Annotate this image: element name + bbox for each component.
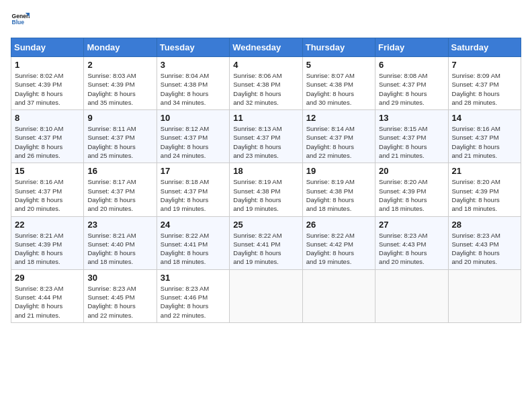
calendar-cell: 4Sunrise: 8:06 AMSunset: 4:38 PMDaylight… bbox=[230, 57, 302, 110]
day-info: Sunrise: 8:23 AMSunset: 4:43 PMDaylight:… bbox=[452, 231, 517, 267]
calendar-cell: 2Sunrise: 8:03 AMSunset: 4:39 PMDaylight… bbox=[84, 57, 157, 110]
day-info: Sunrise: 8:15 AMSunset: 4:37 PMDaylight:… bbox=[379, 124, 444, 160]
day-number: 28 bbox=[452, 220, 517, 230]
calendar-cell: 13Sunrise: 8:15 AMSunset: 4:37 PMDayligh… bbox=[375, 110, 448, 163]
day-number: 7 bbox=[452, 60, 517, 70]
day-info: Sunrise: 8:22 AMSunset: 4:41 PMDaylight:… bbox=[161, 231, 226, 267]
day-info: Sunrise: 8:19 AMSunset: 4:38 PMDaylight:… bbox=[306, 177, 371, 213]
day-info: Sunrise: 8:22 AMSunset: 4:41 PMDaylight:… bbox=[233, 231, 298, 267]
day-number: 27 bbox=[379, 220, 444, 230]
calendar-cell: 17Sunrise: 8:18 AMSunset: 4:37 PMDayligh… bbox=[157, 163, 229, 216]
calendar-cell: 29Sunrise: 8:23 AMSunset: 4:44 PMDayligh… bbox=[11, 269, 84, 322]
calendar-cell: 28Sunrise: 8:23 AMSunset: 4:43 PMDayligh… bbox=[448, 216, 521, 269]
calendar-cell: 8Sunrise: 8:10 AMSunset: 4:37 PMDaylight… bbox=[11, 110, 84, 163]
day-info: Sunrise: 8:06 AMSunset: 4:38 PMDaylight:… bbox=[233, 71, 298, 107]
calendar-cell: 20Sunrise: 8:20 AMSunset: 4:39 PMDayligh… bbox=[375, 163, 448, 216]
calendar-week-1: 1Sunrise: 8:02 AMSunset: 4:39 PMDaylight… bbox=[11, 57, 521, 110]
calendar-cell: 19Sunrise: 8:19 AMSunset: 4:38 PMDayligh… bbox=[302, 163, 375, 216]
calendar: SundayMondayTuesdayWednesdayThursdayFrid… bbox=[11, 38, 521, 323]
day-number: 11 bbox=[233, 113, 298, 123]
day-number: 6 bbox=[379, 60, 444, 70]
calendar-cell: 1Sunrise: 8:02 AMSunset: 4:39 PMDaylight… bbox=[11, 57, 84, 110]
calendar-cell: 27Sunrise: 8:23 AMSunset: 4:43 PMDayligh… bbox=[375, 216, 448, 269]
day-info: Sunrise: 8:10 AMSunset: 4:37 PMDaylight:… bbox=[15, 124, 80, 160]
calendar-cell: 16Sunrise: 8:17 AMSunset: 4:37 PMDayligh… bbox=[84, 163, 157, 216]
logo: General Blue bbox=[11, 11, 32, 30]
day-info: Sunrise: 8:16 AMSunset: 4:37 PMDaylight:… bbox=[452, 124, 517, 160]
day-info: Sunrise: 8:03 AMSunset: 4:39 PMDaylight:… bbox=[87, 71, 152, 107]
calendar-cell bbox=[448, 269, 521, 322]
calendar-cell bbox=[375, 269, 448, 322]
day-number: 15 bbox=[15, 166, 80, 176]
day-number: 9 bbox=[87, 113, 152, 123]
day-header-tuesday: Tuesday bbox=[157, 38, 229, 57]
day-number: 4 bbox=[233, 60, 298, 70]
day-info: Sunrise: 8:19 AMSunset: 4:38 PMDaylight:… bbox=[233, 177, 298, 213]
day-number: 18 bbox=[233, 166, 298, 176]
calendar-cell: 18Sunrise: 8:19 AMSunset: 4:38 PMDayligh… bbox=[230, 163, 302, 216]
day-header-monday: Monday bbox=[84, 38, 157, 57]
day-header-sunday: Sunday bbox=[11, 38, 84, 57]
day-header-friday: Friday bbox=[375, 38, 448, 57]
day-number: 2 bbox=[87, 60, 152, 70]
day-info: Sunrise: 8:22 AMSunset: 4:42 PMDaylight:… bbox=[306, 231, 371, 267]
calendar-cell: 6Sunrise: 8:08 AMSunset: 4:37 PMDaylight… bbox=[375, 57, 448, 110]
calendar-cell: 30Sunrise: 8:23 AMSunset: 4:45 PMDayligh… bbox=[84, 269, 157, 322]
day-info: Sunrise: 8:18 AMSunset: 4:37 PMDaylight:… bbox=[161, 177, 226, 213]
day-info: Sunrise: 8:17 AMSunset: 4:37 PMDaylight:… bbox=[87, 177, 152, 213]
day-number: 24 bbox=[161, 220, 226, 230]
day-number: 22 bbox=[15, 220, 80, 230]
day-info: Sunrise: 8:23 AMSunset: 4:45 PMDaylight:… bbox=[87, 284, 152, 320]
day-info: Sunrise: 8:14 AMSunset: 4:37 PMDaylight:… bbox=[306, 124, 371, 160]
calendar-cell: 21Sunrise: 8:20 AMSunset: 4:39 PMDayligh… bbox=[448, 163, 521, 216]
day-info: Sunrise: 8:11 AMSunset: 4:37 PMDaylight:… bbox=[87, 124, 152, 160]
day-number: 29 bbox=[15, 273, 80, 283]
day-number: 12 bbox=[306, 113, 371, 123]
day-info: Sunrise: 8:21 AMSunset: 4:40 PMDaylight:… bbox=[87, 231, 152, 267]
day-info: Sunrise: 8:23 AMSunset: 4:46 PMDaylight:… bbox=[161, 284, 226, 320]
day-number: 5 bbox=[306, 60, 371, 70]
calendar-cell: 26Sunrise: 8:22 AMSunset: 4:42 PMDayligh… bbox=[302, 216, 375, 269]
calendar-cell: 9Sunrise: 8:11 AMSunset: 4:37 PMDaylight… bbox=[84, 110, 157, 163]
calendar-cell: 7Sunrise: 8:09 AMSunset: 4:37 PMDaylight… bbox=[448, 57, 521, 110]
calendar-header-row: SundayMondayTuesdayWednesdayThursdayFrid… bbox=[11, 38, 521, 57]
calendar-cell bbox=[230, 269, 302, 322]
day-number: 1 bbox=[15, 60, 80, 70]
day-number: 31 bbox=[161, 273, 226, 283]
calendar-cell: 3Sunrise: 8:04 AMSunset: 4:38 PMDaylight… bbox=[157, 57, 229, 110]
day-info: Sunrise: 8:20 AMSunset: 4:39 PMDaylight:… bbox=[379, 177, 444, 213]
calendar-cell: 12Sunrise: 8:14 AMSunset: 4:37 PMDayligh… bbox=[302, 110, 375, 163]
calendar-cell: 31Sunrise: 8:23 AMSunset: 4:46 PMDayligh… bbox=[157, 269, 229, 322]
calendar-cell: 15Sunrise: 8:16 AMSunset: 4:37 PMDayligh… bbox=[11, 163, 84, 216]
calendar-cell: 25Sunrise: 8:22 AMSunset: 4:41 PMDayligh… bbox=[230, 216, 302, 269]
day-info: Sunrise: 8:12 AMSunset: 4:37 PMDaylight:… bbox=[161, 124, 226, 160]
svg-text:Blue: Blue bbox=[12, 19, 25, 26]
day-info: Sunrise: 8:04 AMSunset: 4:38 PMDaylight:… bbox=[161, 71, 226, 107]
day-number: 25 bbox=[233, 220, 298, 230]
day-number: 13 bbox=[379, 113, 444, 123]
day-info: Sunrise: 8:23 AMSunset: 4:43 PMDaylight:… bbox=[379, 231, 444, 267]
day-number: 10 bbox=[161, 113, 226, 123]
day-number: 23 bbox=[87, 220, 152, 230]
day-number: 19 bbox=[306, 166, 371, 176]
day-number: 14 bbox=[452, 113, 517, 123]
day-info: Sunrise: 8:07 AMSunset: 4:38 PMDaylight:… bbox=[306, 71, 371, 107]
day-number: 17 bbox=[161, 166, 226, 176]
calendar-cell: 23Sunrise: 8:21 AMSunset: 4:40 PMDayligh… bbox=[84, 216, 157, 269]
day-number: 16 bbox=[87, 166, 152, 176]
day-info: Sunrise: 8:09 AMSunset: 4:37 PMDaylight:… bbox=[452, 71, 517, 107]
calendar-cell: 22Sunrise: 8:21 AMSunset: 4:39 PMDayligh… bbox=[11, 216, 84, 269]
calendar-cell: 14Sunrise: 8:16 AMSunset: 4:37 PMDayligh… bbox=[448, 110, 521, 163]
day-info: Sunrise: 8:20 AMSunset: 4:39 PMDaylight:… bbox=[452, 177, 517, 213]
calendar-week-2: 8Sunrise: 8:10 AMSunset: 4:37 PMDaylight… bbox=[11, 110, 521, 163]
calendar-week-3: 15Sunrise: 8:16 AMSunset: 4:37 PMDayligh… bbox=[11, 163, 521, 216]
day-number: 21 bbox=[452, 166, 517, 176]
day-header-wednesday: Wednesday bbox=[230, 38, 302, 57]
day-info: Sunrise: 8:08 AMSunset: 4:37 PMDaylight:… bbox=[379, 71, 444, 107]
day-info: Sunrise: 8:23 AMSunset: 4:44 PMDaylight:… bbox=[15, 284, 80, 320]
calendar-cell: 24Sunrise: 8:22 AMSunset: 4:41 PMDayligh… bbox=[157, 216, 229, 269]
day-header-thursday: Thursday bbox=[302, 38, 375, 57]
header: General Blue bbox=[11, 11, 521, 30]
calendar-cell: 10Sunrise: 8:12 AMSunset: 4:37 PMDayligh… bbox=[157, 110, 229, 163]
day-info: Sunrise: 8:13 AMSunset: 4:37 PMDaylight:… bbox=[233, 124, 298, 160]
